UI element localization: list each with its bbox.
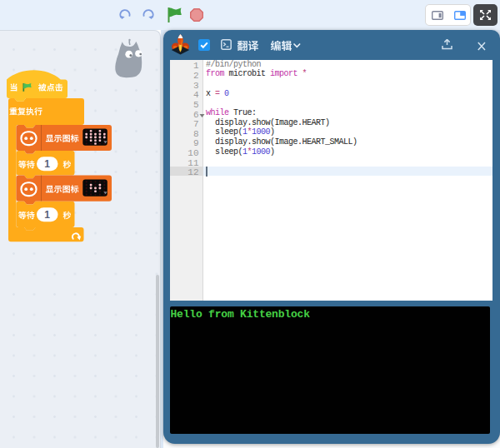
svg-text:1: 1 <box>44 209 50 221</box>
svg-text:1: 1 <box>44 158 50 170</box>
